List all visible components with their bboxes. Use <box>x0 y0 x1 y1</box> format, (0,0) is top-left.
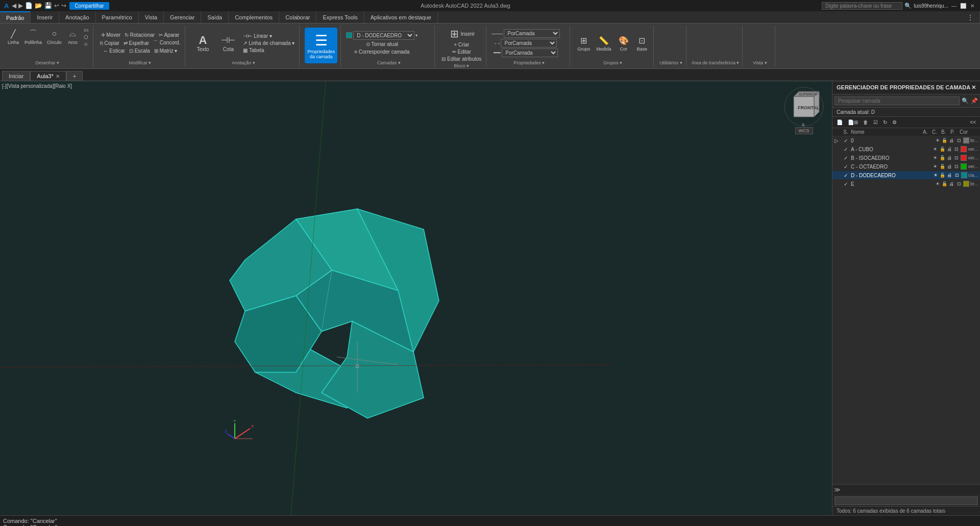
prop-select-1[interactable]: PorCamada <box>504 29 560 38</box>
tab-aula3-close[interactable]: ✕ <box>56 74 60 79</box>
btn-esticar[interactable]: ↔ Esticar <box>102 47 127 54</box>
lock-icon-e[interactable]: 🔓 <box>942 181 948 187</box>
btn-linha-chamada[interactable]: ↗ Linha de chamada ▾ <box>241 40 296 46</box>
tab-inserir[interactable]: Inserir <box>31 11 59 23</box>
tab-apps[interactable]: Aplicativos em destaque <box>364 11 438 23</box>
new-btn[interactable]: 📄 <box>25 2 33 9</box>
btn-editar[interactable]: ✏ Editar <box>451 49 473 55</box>
vp-icon-0[interactable]: ⊡ <box>956 137 962 144</box>
btn-tornar-atual[interactable]: ⊙ Tornar atual <box>364 41 400 47</box>
color-0[interactable] <box>963 137 969 144</box>
btn-criar[interactable]: + Criar <box>452 41 471 48</box>
btn-extra2[interactable]: ⬡ <box>82 34 90 40</box>
undo-btn[interactable]: ↩ <box>54 2 59 9</box>
tab-padrao[interactable]: Padrão <box>0 11 31 23</box>
set-current-btn[interactable]: ☑ <box>871 118 880 126</box>
btn-mover[interactable]: ✛ Mover <box>100 32 122 38</box>
btn-escala[interactable]: ⊡ Escala <box>128 47 152 54</box>
wcs-label[interactable]: WCS <box>795 127 813 134</box>
lock-icon-a[interactable]: 🔓 <box>939 146 945 152</box>
btn-prop-camada[interactable]: ☰ Propriedadesda camada <box>305 28 337 63</box>
tab-colaborar[interactable]: Colaborar <box>279 11 316 23</box>
tab-vista[interactable]: Vista <box>139 11 164 23</box>
btn-tabela[interactable]: ▦ Tabela <box>241 47 296 54</box>
color-b[interactable] <box>961 155 967 161</box>
btn-inserir[interactable]: ⊞ Inserir <box>446 27 477 41</box>
btn-espelhar[interactable]: ⇌ Espelhar <box>122 39 151 47</box>
btn-polilinha[interactable]: ⌒ Polilinha <box>22 27 44 47</box>
vp-icon-c[interactable]: ⊡ <box>953 163 960 170</box>
vp-icon-a[interactable]: ⊡ <box>953 146 960 152</box>
print-icon-a[interactable]: 🖨 <box>946 146 952 152</box>
refresh-btn[interactable]: ↻ <box>881 118 889 126</box>
layer-search-input[interactable] <box>835 97 960 105</box>
btn-medida[interactable]: 📏 Medida <box>594 33 614 53</box>
open-btn[interactable]: 📂 <box>35 2 42 9</box>
btn-rotacionar[interactable]: ↻ Rotacionar <box>123 32 156 38</box>
save-btn[interactable]: 💾 <box>44 2 52 9</box>
lock-icon-b[interactable]: 🔓 <box>939 155 945 161</box>
btn-aparar[interactable]: ✂ Aparar <box>157 32 181 38</box>
color-e[interactable] <box>963 181 969 187</box>
vp-icon-e[interactable]: ⊡ <box>956 181 962 187</box>
btn-circulo[interactable]: ○ Círculo <box>45 27 64 47</box>
tab-extra[interactable]: ⋮ <box>961 11 980 23</box>
new-layer-vp-btn[interactable]: 📄⊞ <box>846 118 860 126</box>
layer-filter-input[interactable] <box>835 496 978 505</box>
btn-matriz[interactable]: ⊞ Matriz ▾ <box>153 47 179 54</box>
search-box[interactable]: Digite palavra-chave ou frase <box>822 2 902 10</box>
layer-row-b[interactable]: ✓ B - ISOCAEDRO ☀ 🔓 🖨 ⊡ ver... <box>832 154 980 162</box>
color-d[interactable] <box>961 172 967 178</box>
tab-iniciar[interactable]: Iniciar <box>2 71 30 81</box>
btn-linear[interactable]: ⊣⊢ Linear ▾ <box>241 33 296 39</box>
settings-btn[interactable]: ⚙ <box>890 118 899 126</box>
btn-grupo[interactable]: ⊞ Grupo <box>575 33 592 53</box>
vp-icon-d[interactable]: ⊡ <box>954 172 960 178</box>
tab-aula3[interactable]: Aula3* ✕ <box>30 71 66 81</box>
back-btn[interactable]: ◀ <box>12 2 16 9</box>
layer-row-c[interactable]: ✓ C - OCTAEDRO ☀ 🔓 🖨 ⊡ ver... <box>832 162 980 171</box>
layer-row-d[interactable]: ✓ D - DODECAEDRO ☀ 🔓 🖨 ⊡ cia... <box>832 171 980 180</box>
share-button[interactable]: Compartilhar <box>69 2 109 10</box>
print-icon-b[interactable]: 🖨 <box>946 155 952 161</box>
search-icon[interactable]: 🔍 <box>904 3 912 9</box>
color-c[interactable] <box>961 163 967 170</box>
layer-select[interactable]: D - DODECAEDRO <box>353 31 414 40</box>
redo-btn[interactable]: ↪ <box>61 2 66 9</box>
sun-icon-0[interactable]: ☀ <box>935 137 941 144</box>
tab-complementos[interactable]: Complementos <box>229 11 279 23</box>
search-icon[interactable]: 🔍 <box>962 98 969 104</box>
btn-corresponder[interactable]: ≡ Corresponder camada <box>353 49 411 55</box>
layer-row-0[interactable]: ▷ ✓ 0 ☀ 🔓 🖨 ⊡ br... <box>832 136 980 145</box>
btn-editar-atrib[interactable]: ⊟ Editar atributos <box>440 56 483 62</box>
btn-extra1[interactable]: ▭ <box>82 27 90 33</box>
layer-row-e[interactable]: ✓ E ☀ 🔓 🖨 ⊡ br... <box>832 180 980 188</box>
btn-arco[interactable]: ⌓ Arco <box>65 27 81 47</box>
prop-select-3[interactable]: PorCamada <box>502 49 558 57</box>
sun-icon-e[interactable]: ☀ <box>935 181 941 187</box>
fwd-btn[interactable]: ▶ <box>18 2 23 9</box>
tab-gerenciar[interactable]: Gerenciar <box>164 11 201 23</box>
print-icon-e[interactable]: 🖨 <box>949 181 955 187</box>
sun-icon-c[interactable]: ☀ <box>932 163 938 170</box>
print-icon-0[interactable]: 🖨 <box>949 137 955 144</box>
maximize-btn[interactable]: ⬜ <box>960 2 967 9</box>
delete-layer-btn[interactable]: 🗑 <box>861 118 870 126</box>
sun-icon-d[interactable]: ☀ <box>933 172 939 178</box>
panel-pin-icon[interactable]: 📌 <box>971 98 978 104</box>
btn-extra3[interactable]: ⊹ <box>82 41 90 47</box>
vp-icon-b[interactable]: ⊡ <box>953 155 960 161</box>
new-layer-btn[interactable]: 📄 <box>835 118 845 126</box>
color-a[interactable] <box>961 146 967 152</box>
layer-dropdown-icon[interactable]: ▾ <box>415 33 418 38</box>
sun-icon-a[interactable]: ☀ <box>932 146 938 152</box>
tab-saida[interactable]: Saída <box>201 11 229 23</box>
minimize-btn[interactable]: — <box>950 2 958 9</box>
prop-select-2[interactable]: PorCamada <box>501 39 557 47</box>
layer-row-a[interactable]: ✓ A - CUBO ☀ 🔓 🖨 ⊡ ver... <box>832 145 980 154</box>
btn-concord[interactable]: ⌒ Concord. <box>152 39 182 47</box>
tab-anotacao[interactable]: Anotação <box>59 11 95 23</box>
panel-close-btn[interactable]: ✕ <box>971 84 976 91</box>
lock-icon-0[interactable]: 🔓 <box>942 137 948 144</box>
tab-new[interactable]: + <box>66 71 83 81</box>
